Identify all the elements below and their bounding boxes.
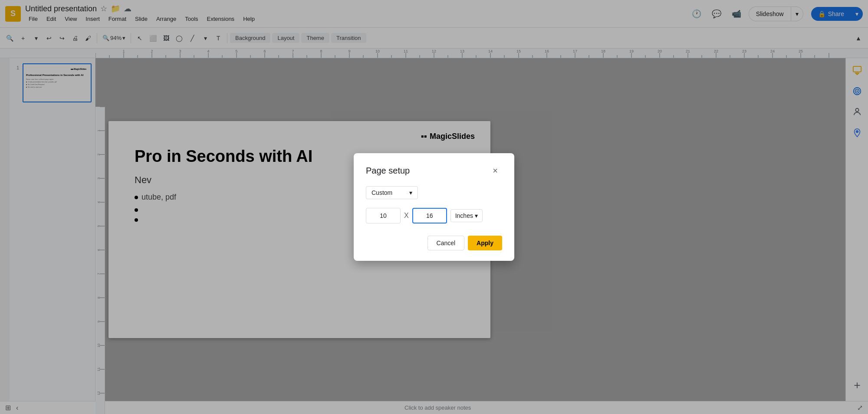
dialog-title: Page setup bbox=[366, 166, 410, 176]
units-dropdown[interactable]: Inches ▾ bbox=[450, 209, 483, 222]
units-label: Inches bbox=[455, 212, 473, 219]
dimensions-row: X Inches ▾ bbox=[366, 208, 502, 223]
preset-dropdown-wrapper: Custom ▾ bbox=[366, 186, 502, 199]
preset-label: Custom bbox=[372, 189, 392, 196]
width-input[interactable] bbox=[366, 208, 401, 223]
preset-dropdown[interactable]: Custom ▾ bbox=[366, 186, 418, 199]
modal-overlay: Page setup × Custom ▾ X Inches ▾ Cancel … bbox=[0, 0, 868, 414]
page-setup-dialog: Page setup × Custom ▾ X Inches ▾ Cancel … bbox=[354, 153, 514, 261]
x-separator: X bbox=[404, 212, 409, 220]
dialog-header: Page setup × bbox=[366, 164, 502, 177]
dialog-close-button[interactable]: × bbox=[488, 164, 502, 177]
height-input[interactable] bbox=[412, 208, 447, 223]
cancel-button[interactable]: Cancel bbox=[427, 236, 465, 250]
units-chevron-icon: ▾ bbox=[475, 212, 478, 219]
apply-button[interactable]: Apply bbox=[468, 236, 502, 250]
dialog-actions: Cancel Apply bbox=[366, 236, 502, 250]
preset-chevron-icon: ▾ bbox=[409, 189, 412, 196]
